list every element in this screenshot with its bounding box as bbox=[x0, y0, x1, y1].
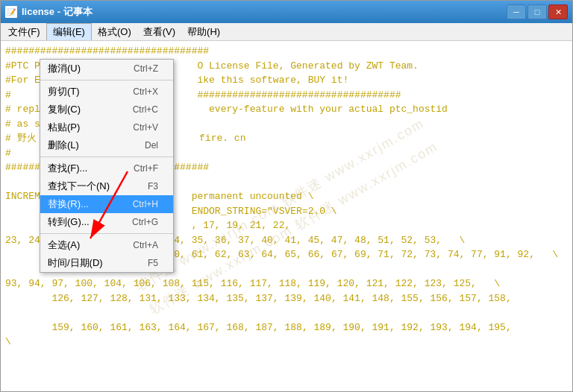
menu-bar: 文件(F) 编辑(E) 格式(O) 查看(V) 帮助(H) bbox=[1, 23, 572, 41]
separator-3 bbox=[40, 233, 173, 234]
close-button[interactable]: ✕ bbox=[548, 4, 568, 19]
menu-item-find-next[interactable]: 查找下一个(N) F3 bbox=[40, 177, 173, 195]
undo-label: 撤消(U) bbox=[48, 62, 119, 75]
menu-item-select-all[interactable]: 全选(A) Ctrl+A bbox=[40, 236, 173, 254]
menu-file[interactable]: 文件(F) bbox=[2, 24, 46, 40]
datetime-shortcut: F5 bbox=[148, 258, 158, 268]
window-controls: ─ □ ✕ bbox=[507, 4, 568, 19]
find-label: 查找(F)... bbox=[48, 162, 119, 175]
cut-label: 剪切(T) bbox=[48, 85, 118, 98]
title-bar: 📝 license - 记事本 ─ □ ✕ bbox=[1, 1, 572, 23]
goto-shortcut: Ctrl+G bbox=[132, 217, 158, 227]
menu-help[interactable]: 帮助(H) bbox=[181, 24, 226, 40]
delete-label: 删除(L) bbox=[48, 139, 130, 152]
menu-item-paste[interactable]: 粘贴(P) Ctrl+V bbox=[40, 118, 173, 136]
select-all-label: 全选(A) bbox=[48, 238, 118, 252]
replace-label: 替换(R)... bbox=[48, 197, 118, 211]
cut-shortcut: Ctrl+X bbox=[133, 86, 158, 97]
menu-item-undo[interactable]: 撤消(U) Ctrl+Z bbox=[40, 60, 173, 78]
menu-format[interactable]: 格式(O) bbox=[92, 24, 137, 40]
main-window: 📝 license - 记事本 ─ □ ✕ 文件(F) 编辑(E) 格式(O) … bbox=[0, 0, 573, 392]
paste-label: 粘贴(P) bbox=[48, 121, 118, 134]
separator-1 bbox=[40, 80, 173, 80]
goto-label: 转到(G)... bbox=[48, 215, 117, 229]
paste-shortcut: Ctrl+V bbox=[133, 122, 158, 133]
separator-2 bbox=[40, 157, 173, 157]
select-all-shortcut: Ctrl+A bbox=[133, 240, 158, 250]
title-bar-left: 📝 license - 记事本 bbox=[5, 5, 93, 19]
maximize-button[interactable]: □ bbox=[527, 4, 547, 19]
menu-item-find[interactable]: 查找(F)... Ctrl+F bbox=[40, 159, 173, 177]
menu-item-replace[interactable]: 替换(R)... Ctrl+H bbox=[40, 195, 173, 213]
menu-item-datetime[interactable]: 时间/日期(D) F5 bbox=[40, 254, 173, 272]
minimize-button[interactable]: ─ bbox=[507, 4, 526, 19]
edit-dropdown-menu: 撤消(U) Ctrl+Z 剪切(T) Ctrl+X 复制(C) Ctrl+C 粘… bbox=[40, 59, 174, 273]
app-icon: 📝 bbox=[5, 6, 17, 18]
replace-shortcut: Ctrl+H bbox=[133, 199, 158, 209]
menu-item-cut[interactable]: 剪切(T) Ctrl+X bbox=[40, 83, 173, 101]
undo-shortcut: Ctrl+Z bbox=[134, 63, 158, 74]
menu-view[interactable]: 查看(V) bbox=[137, 24, 181, 40]
copy-label: 复制(C) bbox=[48, 103, 118, 116]
menu-item-goto[interactable]: 转到(G)... Ctrl+G bbox=[40, 213, 173, 231]
find-next-label: 查找下一个(N) bbox=[48, 180, 133, 193]
copy-shortcut: Ctrl+C bbox=[133, 104, 158, 115]
find-shortcut: Ctrl+F bbox=[134, 163, 158, 174]
find-next-shortcut: F3 bbox=[148, 181, 158, 192]
menu-item-copy[interactable]: 复制(C) Ctrl+C bbox=[40, 101, 173, 118]
window-title: license - 记事本 bbox=[22, 5, 93, 19]
content-area: ################################### #PTC… bbox=[1, 41, 572, 391]
datetime-label: 时间/日期(D) bbox=[48, 256, 133, 270]
delete-shortcut: Del bbox=[145, 140, 158, 151]
menu-item-delete[interactable]: 删除(L) Del bbox=[40, 136, 173, 154]
menu-edit[interactable]: 编辑(E) bbox=[46, 23, 92, 40]
